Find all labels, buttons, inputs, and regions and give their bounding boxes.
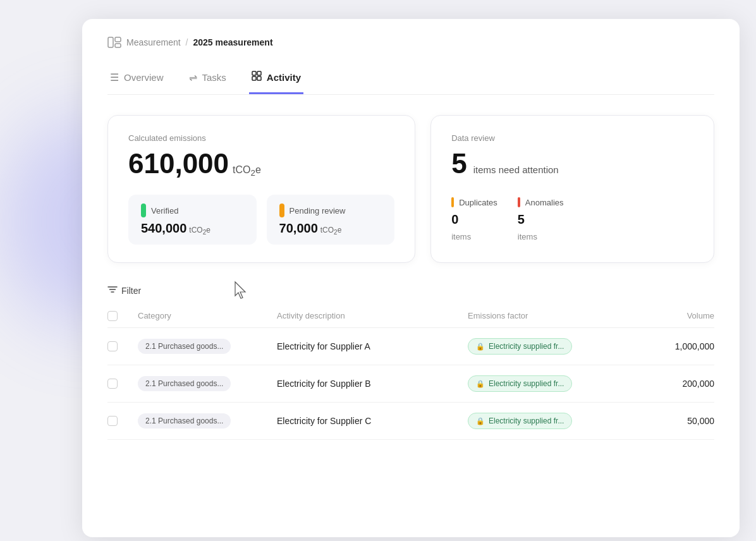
tab-overview-label: Overview <box>124 72 164 83</box>
col-activity: Activity description <box>277 311 468 321</box>
tabs-nav: ☰ Overview ⇌ Tasks Activity <box>107 63 714 95</box>
verified-unit: tCO2e <box>189 226 210 236</box>
row2-check <box>107 379 138 389</box>
row3-check <box>107 416 138 426</box>
row3-volume: 50,000 <box>632 416 714 426</box>
review-title: Data review <box>451 133 693 143</box>
tab-overview[interactable]: ☰ Overview <box>107 63 166 94</box>
emissions-card: Calculated emissions 610,000 tCO2e Verif… <box>107 115 415 263</box>
pending-unit: tCO2e <box>320 226 342 236</box>
table-row: 2.1 Purchased goods... Electricity for S… <box>107 365 714 403</box>
lock-icon-2: 🔒 <box>476 380 485 388</box>
row2-checkbox[interactable] <box>107 379 118 389</box>
svg-rect-4 <box>257 71 261 75</box>
row1-volume: 1,000,000 <box>632 341 714 351</box>
lock-icon-3: 🔒 <box>476 417 485 425</box>
activity-icon <box>252 71 262 83</box>
row2-activity: Electricity for Supplier B <box>277 379 468 389</box>
verified-header: Verified <box>141 204 244 217</box>
duplicates-metric: Duplicates 0 items <box>451 197 497 241</box>
filter-icon <box>107 286 118 295</box>
overview-icon: ☰ <box>110 71 119 83</box>
row1-factor-text: Electricity supplied fr... <box>489 342 564 351</box>
review-description: items need attention <box>473 164 559 175</box>
duplicates-value: 0 <box>451 212 497 227</box>
emissions-number: 610,000 <box>128 148 229 179</box>
row1-check <box>107 341 138 351</box>
svg-rect-3 <box>252 71 256 75</box>
header: Measurement / 2025 measurement ☰ Overvie… <box>82 19 740 95</box>
row3-category-badge: 2.1 Purchased goods... <box>138 413 231 429</box>
breadcrumb: Measurement / 2025 measurement <box>107 37 714 48</box>
duplicates-indicator <box>451 197 454 207</box>
metrics-row: Verified 540,000 tCO2e Pending review <box>128 195 394 245</box>
data-table: Category Activity description Emissions … <box>107 311 714 440</box>
pending-label: Pending review <box>290 206 346 216</box>
pending-metric-box: Pending review 70,000 tCO2e <box>267 195 395 245</box>
main-window: Measurement / 2025 measurement ☰ Overvie… <box>82 19 740 537</box>
tab-tasks[interactable]: ⇌ Tasks <box>186 63 229 94</box>
svg-rect-1 <box>115 37 121 42</box>
verified-value: 540,000 tCO2e <box>141 221 244 236</box>
review-metrics: Duplicates 0 items Anomalies 5 items <box>451 197 693 241</box>
verified-number: 540,000 <box>141 221 186 236</box>
tab-activity-label: Activity <box>267 72 301 83</box>
header-checkbox[interactable] <box>107 311 118 321</box>
filter-row: Filter <box>107 283 714 298</box>
row1-activity: Electricity for Supplier A <box>277 341 468 351</box>
verified-label: Verified <box>151 206 178 216</box>
row2-category: 2.1 Purchased goods... <box>138 376 277 391</box>
emissions-unit: tCO2e <box>233 164 261 178</box>
svg-rect-0 <box>108 37 113 47</box>
verified-metric-box: Verified 540,000 tCO2e <box>128 195 257 245</box>
row2-factor-text: Electricity supplied fr... <box>489 379 564 388</box>
row3-activity: Electricity for Supplier C <box>277 416 468 426</box>
pending-number: 70,000 <box>279 221 318 236</box>
tab-tasks-label: Tasks <box>202 72 226 83</box>
col-factor: Emissions factor <box>468 311 632 321</box>
breadcrumb-current: 2025 measurement <box>193 37 272 47</box>
pending-value: 70,000 tCO2e <box>279 221 382 236</box>
filter-button[interactable]: Filter <box>107 283 141 298</box>
duplicates-header: Duplicates <box>451 197 497 207</box>
col-category: Category <box>138 311 277 321</box>
row1-category: 2.1 Purchased goods... <box>138 339 277 354</box>
col-check <box>107 311 138 321</box>
row2-factor-badge: 🔒 Electricity supplied fr... <box>468 375 572 392</box>
breadcrumb-parent: Measurement <box>126 37 181 47</box>
anomalies-sub: items <box>518 232 564 241</box>
table-row: 2.1 Purchased goods... Electricity for S… <box>107 328 714 365</box>
row1-factor: 🔒 Electricity supplied fr... <box>468 338 632 355</box>
row2-volume: 200,000 <box>632 379 714 389</box>
pending-dot <box>279 204 284 217</box>
svg-rect-5 <box>252 76 256 80</box>
layout-icon <box>107 37 121 48</box>
verified-dot <box>141 204 146 217</box>
anomalies-label: Anomalies <box>525 198 564 207</box>
row2-category-badge: 2.1 Purchased goods... <box>138 376 231 391</box>
row1-category-badge: 2.1 Purchased goods... <box>138 339 231 354</box>
stats-row: Calculated emissions 610,000 tCO2e Verif… <box>107 115 714 263</box>
anomalies-metric: Anomalies 5 items <box>518 197 564 241</box>
tasks-icon: ⇌ <box>189 71 197 83</box>
anomalies-value: 5 <box>518 212 564 227</box>
col-volume: Volume <box>632 311 714 321</box>
row3-checkbox[interactable] <box>107 416 118 426</box>
row1-checkbox[interactable] <box>107 341 118 351</box>
tab-activity[interactable]: Activity <box>249 63 303 94</box>
lock-icon-1: 🔒 <box>476 343 485 351</box>
svg-rect-6 <box>257 76 261 80</box>
review-count-row: 5 items need attention <box>451 148 693 179</box>
anomalies-indicator <box>518 197 520 207</box>
filter-label: Filter <box>121 286 141 296</box>
row2-factor: 🔒 Electricity supplied fr... <box>468 375 632 392</box>
duplicates-sub: items <box>451 232 497 241</box>
row3-factor-text: Electricity supplied fr... <box>489 416 564 425</box>
emissions-value: 610,000 tCO2e <box>128 148 394 179</box>
anomalies-header: Anomalies <box>518 197 564 207</box>
breadcrumb-separator: / <box>186 37 188 47</box>
svg-rect-2 <box>115 44 121 47</box>
row1-factor-badge: 🔒 Electricity supplied fr... <box>468 338 572 355</box>
review-card: Data review 5 items need attention Dupli… <box>430 115 714 263</box>
row3-factor: 🔒 Electricity supplied fr... <box>468 413 632 429</box>
